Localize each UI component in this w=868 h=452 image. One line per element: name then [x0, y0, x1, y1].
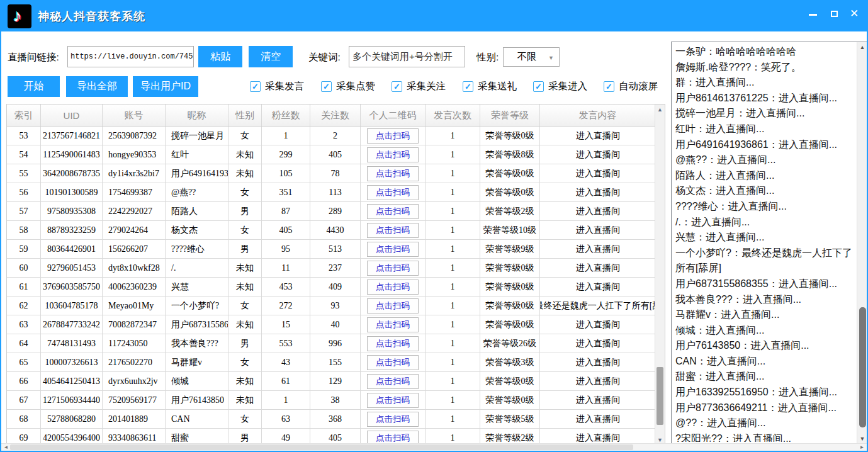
table-row[interactable]: 5980364426901156266207????维心男95513点击扫码1荣… [7, 240, 656, 259]
cell-qr: 点击扫码 [361, 183, 426, 201]
table-vscrollbar[interactable]: ▲ ▼ [655, 105, 665, 445]
bottom-hscrollbar[interactable]: ◄ ► [1, 443, 867, 451]
column-header[interactable]: 关注数 [310, 105, 361, 126]
table-row[interactable]: 541125490061483hongye90353红叶未知299405点击扫码… [7, 145, 656, 164]
cell-index: 65 [7, 353, 41, 371]
column-header[interactable]: 账号 [103, 105, 166, 126]
qr-scan-button[interactable]: 点击扫码 [367, 374, 419, 389]
column-header[interactable]: UID [41, 105, 103, 126]
clear-button[interactable]: 清空 [249, 46, 293, 67]
cell-speech-content: 进入直播间 [540, 372, 656, 390]
chat-message: 甜蜜：进入直播间... [675, 369, 855, 385]
qr-scan-button[interactable]: 点击扫码 [367, 280, 419, 295]
cell-speak-count: 1 [426, 315, 480, 334]
cell-account: hongye90353 [103, 145, 166, 164]
table-row[interactable]: 664054641250413dyrx6uuhx2jv倾城未知61129点击扫码… [7, 372, 656, 391]
gender-select[interactable]: 不限 ▼ [503, 47, 560, 67]
column-header[interactable]: 性别 [228, 105, 262, 126]
cell-account: Meyao01My [103, 297, 166, 315]
qr-scan-button[interactable]: 点击扫码 [367, 128, 419, 144]
table-row[interactable]: 62103604785178Meyao01My一个小梦吖?女27293点击扫码1… [7, 297, 656, 315]
chat-scroll-thumb[interactable] [859, 307, 866, 427]
column-header[interactable]: 荣誉等级 [480, 105, 540, 126]
cell-gender: 未知 [228, 164, 262, 183]
cell-fans: 63 [262, 410, 310, 428]
capture-checkbox[interactable]: ✓采集送礼 [463, 78, 517, 95]
minimize-button[interactable] [804, 5, 821, 23]
table-row[interactable]: 63267884773324270082872347用户687315586未知1… [7, 315, 656, 334]
cell-speech-content: 进入直播间 [540, 278, 656, 296]
column-header[interactable]: 索引 [7, 105, 41, 126]
export-userid-button[interactable]: 导出用户ID [133, 76, 198, 97]
qr-scan-button[interactable]: 点击扫码 [367, 412, 419, 427]
qr-scan-button[interactable]: 点击扫码 [367, 185, 419, 200]
table-scroll-thumb[interactable] [657, 367, 663, 425]
live-link-input[interactable] [67, 46, 194, 67]
cell-account: 201401889 [103, 410, 166, 428]
cell-fans: 272 [262, 297, 310, 315]
qr-scan-button[interactable]: 点击扫码 [367, 298, 419, 314]
scroll-up-icon[interactable]: ▲ [655, 105, 665, 115]
table-row[interactable]: 67127150693444075209569177用户76143850未知13… [7, 391, 656, 410]
table-row[interactable]: 6092796051453dyt8x10wkf28/.未知11237点击扫码1荣… [7, 259, 656, 278]
cell-qr: 点击扫码 [361, 391, 426, 409]
qr-scan-button[interactable]: 点击扫码 [367, 166, 419, 181]
column-header[interactable]: 个人二维码 [361, 105, 426, 126]
scroll-right-icon[interactable]: ► [858, 444, 866, 451]
scroll-left-icon[interactable]: ◄ [2, 444, 10, 451]
close-button[interactable]: ✕ [845, 5, 863, 23]
cell-follows: 237 [310, 259, 361, 277]
table-row[interactable]: 6474748131493117243050我本善良???男553996点击扫码… [7, 334, 656, 353]
start-button[interactable]: 开始 [8, 76, 60, 97]
cell-honor-level: 荣誉等级0级 [480, 259, 540, 277]
capture-checkbox[interactable]: ✓采集进入 [533, 78, 587, 95]
table-row[interactable]: 5888789323259279024264杨文杰女4054430点击扫码1荣誉… [7, 221, 656, 240]
cell-gender: 女 [228, 410, 262, 428]
qr-scan-button[interactable]: 点击扫码 [367, 204, 419, 219]
qr-scan-button[interactable]: 点击扫码 [367, 317, 419, 332]
qr-scan-button[interactable]: 点击扫码 [367, 261, 419, 276]
cell-index: 60 [7, 259, 41, 277]
capture-checkbox[interactable]: ✓自动滚屏 [604, 78, 658, 95]
table-row[interactable]: 561019013005891754699387@燕??女351113点击扫码1… [7, 183, 656, 202]
cell-speak-count: 1 [426, 372, 480, 390]
column-header[interactable]: 粉丝数 [262, 105, 310, 126]
cell-uid: 3769603585750 [41, 278, 103, 296]
chat-log: 一条驴：哈哈哈哈哈哈哈哈詹姆斯.哈登????：笑死了。群：进入直播间...用户8… [675, 44, 855, 442]
table-row[interactable]: 53213756714682125639087392搅碎一池星月女12点击扫码1… [7, 127, 656, 145]
capture-checkbox[interactable]: ✓采集关注 [392, 78, 446, 95]
cell-account: 279024264 [103, 221, 166, 239]
cell-gender: 女 [228, 183, 262, 201]
cell-qr: 点击扫码 [361, 278, 426, 296]
cell-index: 58 [7, 221, 41, 239]
qr-scan-button[interactable]: 点击扫码 [367, 223, 419, 238]
qr-scan-button[interactable]: 点击扫码 [367, 336, 419, 351]
scroll-down-icon[interactable]: ▼ [857, 434, 867, 444]
table-row[interactable]: 651000073266132176502270马群耀v女43155点击扫码1荣… [7, 353, 656, 372]
maximize-button[interactable] [825, 5, 843, 23]
qr-scan-button[interactable]: 点击扫码 [367, 355, 419, 370]
scroll-up-icon[interactable]: ▲ [857, 42, 867, 52]
paste-button[interactable]: 粘贴 [198, 46, 242, 67]
column-header[interactable]: 昵称 [166, 105, 228, 126]
column-header[interactable]: 发言次数 [426, 105, 480, 126]
table-row[interactable]: 553642008678735dy1i4xr3s2bi7用户649164193未… [7, 164, 656, 183]
qr-scan-button[interactable]: 点击扫码 [367, 242, 419, 257]
capture-checkbox[interactable]: ✓采集发言 [250, 78, 304, 95]
chat-vscrollbar[interactable]: ▲ ▼ [857, 42, 867, 444]
qr-scan-button[interactable]: 点击扫码 [367, 393, 419, 408]
hscroll-thumb[interactable] [10, 444, 633, 450]
column-header[interactable]: 发言内容 [540, 105, 656, 126]
cell-index: 63 [7, 315, 41, 334]
table-row[interactable]: 61376960358575040062360239兴慧未知453409点击扫码… [7, 278, 656, 297]
cell-speech-content: 进入直播间 [540, 410, 656, 428]
capture-checkbox[interactable]: ✓采集点赞 [321, 78, 375, 95]
app-window: ♪ ♪ ♪ 神秘人抖音获客系统 ✕ 直播间链接: 粘贴 清空 关键词: 性别: … [0, 0, 868, 452]
table-row[interactable]: 57975809353082242292027陌路人男87289点击扫码1荣誉等… [7, 202, 656, 221]
export-all-button[interactable]: 导出全部 [66, 76, 128, 97]
qr-scan-button[interactable]: 点击扫码 [367, 147, 419, 162]
cell-fans: 1 [262, 127, 310, 145]
table-row[interactable]: 6852788068280201401889CAN女63368点击扫码1荣誉等级… [7, 410, 656, 429]
keyword-input[interactable] [349, 46, 465, 67]
cell-nickname: 搅碎一池星月 [166, 127, 228, 145]
